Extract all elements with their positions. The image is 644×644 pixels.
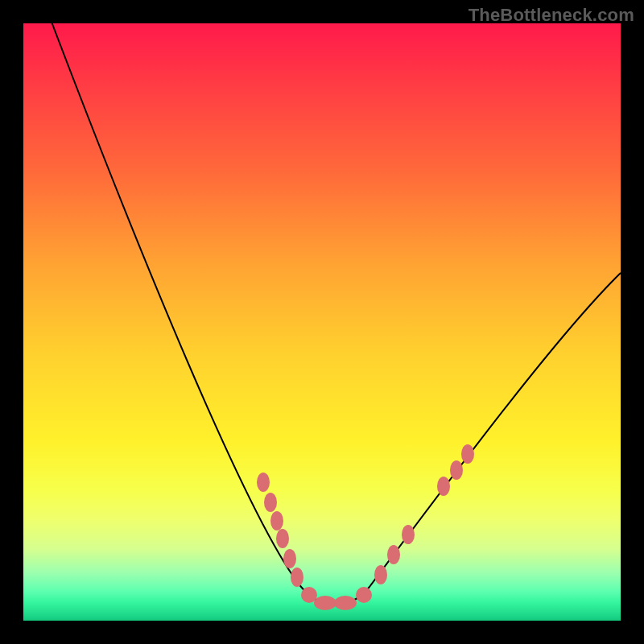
data-bead [314, 596, 336, 610]
chart-frame: TheBottleneck.com [0, 0, 644, 644]
data-bead [387, 545, 400, 564]
data-bead [334, 596, 357, 610]
data-bead [461, 444, 474, 464]
curve-svg [23, 23, 621, 621]
data-bead [291, 568, 303, 587]
data-bead [437, 477, 450, 496]
bottleneck-curve [47, 11, 621, 605]
watermark-text: TheBottleneck.com [469, 5, 634, 26]
data-bead [270, 511, 283, 530]
data-bead [283, 549, 296, 568]
data-bead [450, 460, 463, 480]
data-bead [257, 473, 270, 492]
data-bead [264, 493, 277, 512]
data-bead [402, 525, 415, 544]
data-bead [374, 565, 387, 584]
data-beads [257, 444, 474, 610]
data-bead [356, 587, 372, 603]
data-bead [276, 529, 289, 548]
plot-area [23, 23, 621, 621]
